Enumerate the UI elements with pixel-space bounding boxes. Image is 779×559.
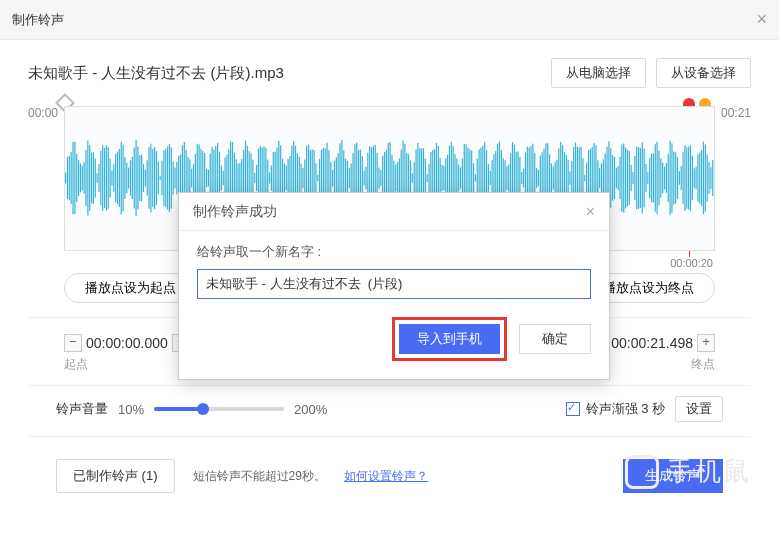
ringtone-name-input[interactable] (197, 269, 591, 299)
modal-rename-label: 给铃声取一个新名字 : (197, 243, 591, 261)
modal-body: 给铃声取一个新名字 : (179, 231, 609, 307)
modal-overlay: 制作铃声成功 × 给铃声取一个新名字 : 导入到手机 确定 (0, 0, 779, 559)
modal-actions: 导入到手机 确定 (179, 307, 609, 379)
highlight-box: 导入到手机 (392, 317, 507, 361)
modal-title: 制作铃声成功 (193, 203, 277, 221)
import-to-phone-button[interactable]: 导入到手机 (399, 324, 500, 354)
modal-titlebar: 制作铃声成功 × (179, 193, 609, 231)
ok-button[interactable]: 确定 (519, 324, 591, 354)
success-modal: 制作铃声成功 × 给铃声取一个新名字 : 导入到手机 确定 (178, 192, 610, 380)
modal-close-icon[interactable]: × (586, 203, 595, 221)
